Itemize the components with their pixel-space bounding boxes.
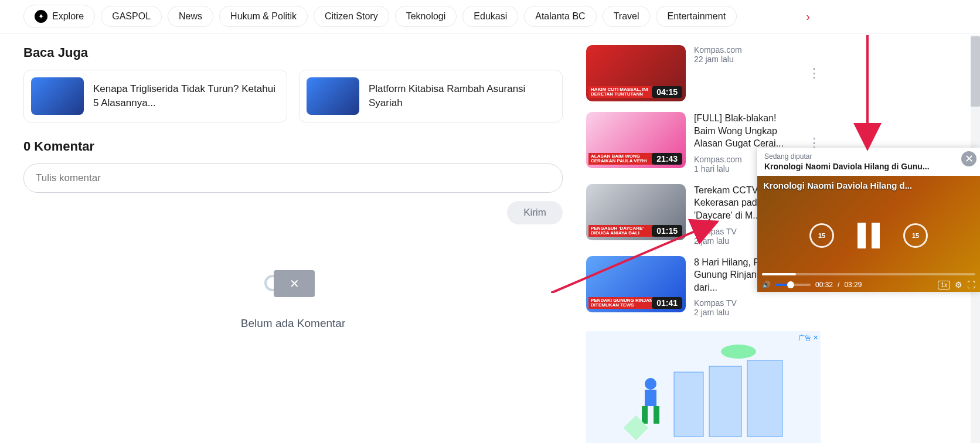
baca-juga-title: Baca Juga [23,45,563,60]
nav-scroll-right-icon[interactable]: › [806,10,810,23]
nav-item[interactable]: GASPOL [101,6,162,27]
player-label: Sedang diputar [764,152,959,161]
svg-rect-0 [674,372,703,437]
nav-label: Entertainment [667,11,726,22]
nav-label: Teknologi [406,11,446,22]
video-caption: PENDAKI GUNUNG RINJANI DITEMUKAN TEWS [588,297,659,309]
video-thumb: HAKIM CUTI MASSAL, INI DERETAN TUNTUTANN… [586,45,686,101]
ad-label[interactable]: 广告 ✕ [798,333,818,342]
svg-rect-5 [642,406,648,424]
video-more-icon[interactable]: ⋮ [808,69,821,77]
svg-point-7 [721,345,756,359]
video-info: Kompas.com 22 jam lalu [694,45,799,101]
servers-illustration-icon [610,343,797,443]
video-caption: ALASAN BAIM WONG CERAIKAN PAULA VERH [588,153,659,165]
nav-label: News [179,11,202,22]
nav-label: Hukum & Politik [230,11,297,22]
svg-rect-2 [747,360,782,437]
video-time: 2 jam lalu [694,308,821,317]
nav-explore[interactable]: ✦ Explore [23,5,95,28]
card-title: Platform Kitabisa Rambah Asuransi Syaria… [369,82,555,110]
video-duration: 01:15 [652,225,682,237]
video-more-icon[interactable]: ⋮ [808,139,821,146]
scroll-thumb[interactable] [971,36,980,107]
video-thumb: PENGASUH 'DAYCARE' DIDUGA ANIAYA BALI 01… [586,184,686,240]
volume-icon[interactable]: 🔊 [762,281,771,289]
svg-rect-1 [709,366,741,437]
speed-badge[interactable]: 1x [938,281,950,289]
empty-text: Belum ada Komentar [241,317,346,330]
time-current: 00:32 [815,281,833,289]
nav-item[interactable]: Travel [603,6,651,27]
send-row: Kirim [23,201,563,224]
left-column: Baca Juga Kenapa Trigliserida Tidak Turu… [23,45,563,443]
progress-bar[interactable] [762,273,975,275]
rewind-15-icon[interactable]: 15 [809,223,834,248]
time-total: 03:29 [844,281,862,289]
card-thumb [307,77,359,115]
floating-video-player: ✕ Sedang diputar Kronologi Naomi Daviola… [757,148,980,292]
video-thumb: PENDAKI GUNUNG RINJANI DITEMUKAN TEWS 01… [586,256,686,312]
card-title: Kenapa Trigliserida Tidak Turun? Ketahui… [93,82,280,110]
player-video[interactable]: Kronologi Naomi Daviola Hilang d... 15 1… [757,176,980,292]
nav-item[interactable]: Teknologi [395,6,457,27]
video-title: [FULL] Blak-blakan! Baim Wong Ungkap Ala… [694,112,799,150]
related-card[interactable]: Platform Kitabisa Rambah Asuransi Syaria… [299,70,563,122]
video-thumb: ALASAN BAIM WONG CERAIKAN PAULA VERH 21:… [586,112,686,168]
fullscreen-icon[interactable]: ⛶ [967,280,975,289]
video-source: Kompas.com [694,45,799,54]
video-item[interactable]: HAKIM CUTI MASSAL, INI DERETAN TUNTUTANN… [586,45,821,101]
nav-item[interactable]: Entertainment [656,6,737,27]
nav-item[interactable]: Hukum & Politik [219,6,308,27]
nav-label: GASPOL [112,11,151,22]
video-duration: 01:41 [652,297,682,309]
empty-illustration-icon: ✕ [249,248,337,306]
video-duration: 21:43 [652,153,682,165]
nav-explore-label: Explore [52,11,84,22]
nav-item[interactable]: Edukasi [462,6,518,27]
video-duration: 04:15 [652,86,682,98]
svg-rect-6 [654,406,659,424]
svg-point-3 [645,378,656,390]
comments-title: 0 Komentar [23,139,563,154]
volume-slider[interactable] [775,284,811,286]
player-bottom-controls: 🔊 00:32 / 03:29 1x ⚙ ⛶ [762,280,975,289]
settings-icon[interactable]: ⚙ [955,280,962,289]
top-navbar: ✦ Explore GASPOL News Hukum & Politik Ci… [0,0,980,33]
player-overlay-title: Kronologi Naomi Daviola Hilang d... [763,180,912,190]
player-title: Kronologi Naomi Daviola Hilang di Gunu..… [764,162,959,171]
forward-15-icon[interactable]: 15 [903,223,928,248]
svg-rect-4 [645,390,656,406]
related-cards: Kenapa Trigliserida Tidak Turun? Ketahui… [23,70,563,122]
video-time: 22 jam lalu [694,54,799,64]
progress-fill [762,273,796,275]
card-thumb [31,77,84,115]
nav-item[interactable]: Atalanta BC [524,6,596,27]
comment-input[interactable] [23,163,563,193]
pause-icon[interactable] [858,223,880,248]
nav-item[interactable]: Citizen Story [314,6,389,27]
compass-icon: ✦ [35,10,47,23]
player-controls: 15 15 [757,223,980,248]
related-card[interactable]: Kenapa Trigliserida Tidak Turun? Ketahui… [23,70,287,122]
nav-label: Atalanta BC [535,11,585,22]
player-header: Sedang diputar Kronologi Naomi Daviola H… [757,148,980,176]
player-close-icon[interactable]: ✕ [961,151,976,166]
ad-banner[interactable]: 广告 ✕ [586,331,821,443]
empty-state: ✕ Belum ada Komentar [23,248,563,330]
nav-label: Edukasi [474,11,507,22]
send-button[interactable]: Kirim [507,201,563,224]
nav-label: Citizen Story [325,11,378,22]
nav-item[interactable]: News [168,6,213,27]
video-caption: PENGASUH 'DAYCARE' DIDUGA ANIAYA BALI [588,225,659,237]
video-caption: HAKIM CUTI MASSAL, INI DERETAN TUNTUTANN [588,86,659,98]
nav-label: Travel [614,11,639,22]
video-source: Kompas TV [694,298,821,308]
